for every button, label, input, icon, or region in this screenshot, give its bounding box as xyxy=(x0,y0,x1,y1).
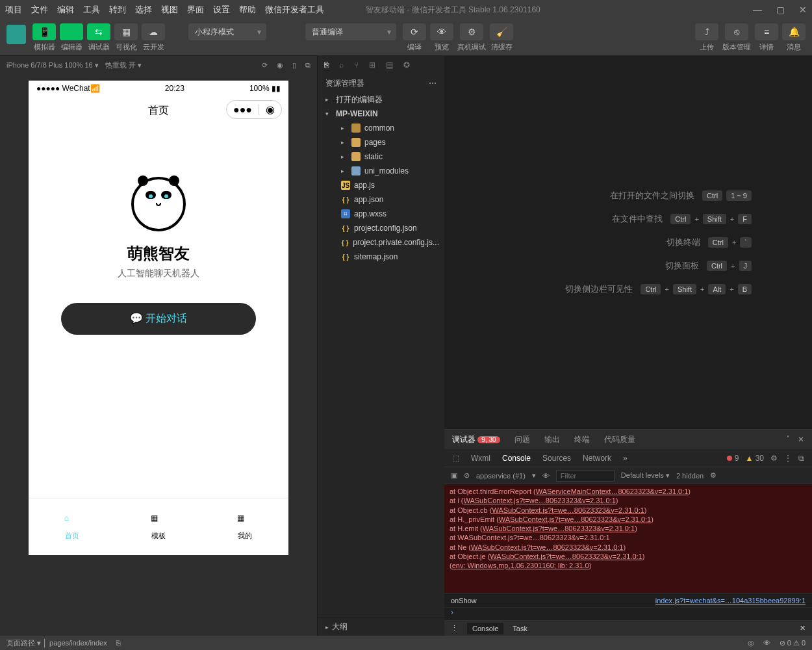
console-output[interactable]: at Object.thirdErrorReport (WAServiceMai… xyxy=(444,484,812,593)
files-tab-icon[interactable]: ⎘ xyxy=(324,60,329,70)
gear-icon[interactable]: ⚙ xyxy=(770,454,778,463)
mode-select[interactable]: 小程序模式 xyxy=(188,23,266,40)
record-icon[interactable]: ◉ xyxy=(277,61,283,70)
toolbar-button[interactable]: ⤴上传 xyxy=(695,23,718,52)
toolbar-button[interactable]: ▦可视化 xyxy=(114,23,138,52)
devpanel-tab[interactable]: 问题 xyxy=(514,434,530,445)
close-icon[interactable]: ✕ xyxy=(798,435,804,444)
context-select[interactable]: appservice (#1) xyxy=(476,472,526,480)
tree-group[interactable]: ▸打开的编辑器 xyxy=(318,92,444,107)
device-select[interactable]: iPhone 6/7/8 Plus 100% 16 ▾ xyxy=(6,61,99,70)
drawer-tab-task[interactable]: Task xyxy=(513,625,527,632)
toolbar-button[interactable]: ⟳编译 xyxy=(403,23,426,52)
toolbar-button[interactable]: 👁预览 xyxy=(430,23,453,52)
hot-reload-toggle[interactable]: 热重载 开 ▾ xyxy=(105,60,142,70)
branch-icon[interactable]: ⑂ xyxy=(354,60,359,70)
compile-select[interactable]: 普通编译 xyxy=(305,23,396,40)
tree-file[interactable]: JSapp.js xyxy=(318,178,444,192)
toolbar-button[interactable]: ⎋版本管理 xyxy=(722,23,751,52)
menu-item[interactable]: 选择 xyxy=(135,4,152,16)
outline-header[interactable]: ▸大纲 xyxy=(318,618,444,636)
phone-tab[interactable]: ▦模板 xyxy=(115,499,201,555)
inspect-icon[interactable]: ⬚ xyxy=(452,454,459,463)
tab-wxml[interactable]: Wxml xyxy=(471,454,490,463)
hidden-count[interactable]: 2 hidden xyxy=(676,472,704,480)
page-path[interactable]: 页面路径 ▾ │ pages/index/index xyxy=(6,638,107,648)
gear-icon[interactable]: ⚙ xyxy=(710,471,717,480)
more-tabs-icon[interactable]: » xyxy=(623,454,628,463)
tree-folder[interactable]: ▸uni_modules xyxy=(318,164,444,178)
tree-folder[interactable]: ▸pages xyxy=(318,135,444,150)
levels-select[interactable]: Default levels ▾ xyxy=(621,471,670,480)
log-source-link[interactable]: index.js?t=wechat&s=…104a315bbeea92899:1 xyxy=(655,597,806,604)
tree-file[interactable]: { }project.private.config.js... xyxy=(318,235,444,250)
console-prompt[interactable]: › xyxy=(444,607,812,620)
menu-item[interactable]: 帮助 xyxy=(239,4,256,16)
start-chat-button[interactable]: 💬 开始对话 xyxy=(61,303,256,335)
bug-icon[interactable]: ✪ xyxy=(403,60,410,70)
menu-item[interactable]: 项目 xyxy=(5,4,22,16)
close-icon[interactable]: ✕ xyxy=(800,624,806,632)
clear-icon[interactable]: ⊘ xyxy=(464,471,470,480)
menu-item[interactable]: 设置 xyxy=(213,4,230,16)
toolbar-button[interactable]: ⇆调试器 xyxy=(87,23,110,52)
toolbar-button[interactable]: ≡详情 xyxy=(755,23,778,52)
drawer-tab-console[interactable]: Console xyxy=(467,623,503,634)
menu-item[interactable]: 编辑 xyxy=(57,4,74,16)
toolbar-button[interactable]: ☁云开发 xyxy=(142,23,165,52)
phone-tab[interactable]: ▦我的 xyxy=(202,499,288,555)
tree-file[interactable]: { }sitemap.json xyxy=(318,250,444,264)
copy-icon[interactable]: ⎘ xyxy=(116,639,121,647)
tree-file[interactable]: ⌗app.wxss xyxy=(318,207,444,221)
tree-folder[interactable]: ▸common xyxy=(318,121,444,135)
toolbar-button[interactable]: 编辑器 xyxy=(60,23,83,52)
target-icon[interactable]: ◉ xyxy=(266,103,275,116)
menu-item[interactable]: 视图 xyxy=(161,4,178,16)
refresh-icon[interactable]: ⟳ xyxy=(262,61,268,70)
tree-group[interactable]: ▾MP-WEIXIN xyxy=(318,107,444,121)
tab-sources[interactable]: Sources xyxy=(542,454,571,463)
toolbar-button[interactable]: 📱模拟器 xyxy=(32,23,56,52)
more-icon[interactable]: ⋮ xyxy=(451,624,458,632)
tree-file[interactable]: { }app.json xyxy=(318,192,444,207)
tab-network[interactable]: Network xyxy=(583,454,611,463)
device-icon[interactable]: ▯ xyxy=(292,61,296,70)
avatar[interactable] xyxy=(6,25,26,44)
chevron-up-icon[interactable]: ˄ xyxy=(786,435,790,444)
menu-item[interactable]: 界面 xyxy=(187,4,204,16)
toolbar-button[interactable]: 🧹清缓存 xyxy=(490,23,513,52)
devpanel-tab[interactable]: 终端 xyxy=(574,434,590,445)
search-icon[interactable]: ⌕ xyxy=(339,60,344,70)
menu-item[interactable]: 转到 xyxy=(109,4,126,16)
eye-icon[interactable]: 👁 xyxy=(542,472,550,480)
toolbar-button[interactable]: 🔔消息 xyxy=(782,23,806,52)
sidebar-toggle-icon[interactable]: ▣ xyxy=(451,471,457,480)
tree-folder[interactable]: ▸static xyxy=(318,150,444,164)
devpanel-tab[interactable]: 输出 xyxy=(544,434,560,445)
menu-item[interactable]: 工具 xyxy=(83,4,100,16)
tab-console[interactable]: Console xyxy=(502,454,531,463)
warn-count[interactable]: 30 xyxy=(755,454,764,463)
popout-icon[interactable]: ⧉ xyxy=(305,61,311,70)
more-icon[interactable]: ●●● xyxy=(233,104,252,116)
close-icon[interactable]: ✕ xyxy=(799,5,807,15)
devpanel-tab[interactable]: 代码质量 xyxy=(604,434,635,445)
target-icon[interactable]: ◎ xyxy=(748,639,754,647)
more-icon[interactable]: ⋮ xyxy=(784,454,792,463)
filter-input[interactable] xyxy=(556,470,615,482)
dock-icon[interactable]: ⧉ xyxy=(798,454,804,463)
toolbar-button[interactable]: ⚙真机调试 xyxy=(457,23,486,52)
db-icon[interactable]: ▤ xyxy=(386,60,393,70)
problems-count[interactable]: ⊘ 0 ⚠ 0 xyxy=(780,639,806,647)
devpanel-tab[interactable]: 调试器 9, 30 xyxy=(452,434,500,450)
menu-item[interactable]: 微信开发者工具 xyxy=(265,4,324,16)
eye-icon[interactable]: 👁 xyxy=(763,639,770,647)
phone-tab[interactable]: ⌂首页 xyxy=(29,499,115,555)
error-count[interactable]: 9 xyxy=(735,454,739,463)
maximize-icon[interactable]: ▢ xyxy=(776,5,785,15)
menu-item[interactable]: 文件 xyxy=(31,4,48,16)
minimize-icon[interactable]: ― xyxy=(753,5,762,15)
capsule-button[interactable]: ●●● ◉ xyxy=(226,100,282,119)
tree-file[interactable]: { }project.config.json xyxy=(318,221,444,235)
more-icon[interactable]: ⋯ xyxy=(429,79,437,88)
